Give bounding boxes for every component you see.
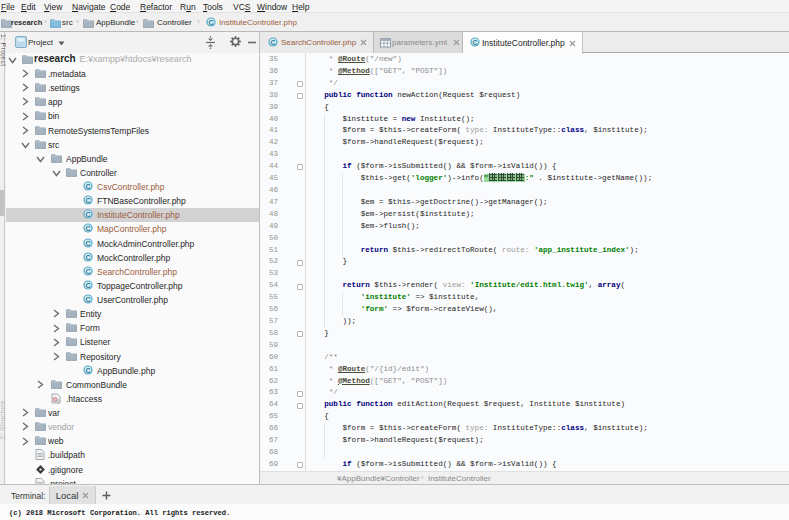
svg-text:C: C — [85, 183, 90, 190]
svg-text:C: C — [208, 19, 213, 26]
svg-text:C: C — [85, 281, 90, 288]
svg-text:C: C — [85, 197, 90, 204]
svg-text:C: C — [85, 253, 90, 260]
svg-text:C: C — [85, 239, 90, 246]
svg-text:C: C — [85, 211, 90, 218]
svg-text:C: C — [85, 225, 90, 232]
svg-text:C: C — [270, 39, 275, 46]
svg-text:C: C — [472, 39, 477, 46]
svg-text:C: C — [85, 296, 90, 303]
svg-text:C: C — [85, 267, 90, 274]
svg-text:C: C — [85, 366, 90, 373]
